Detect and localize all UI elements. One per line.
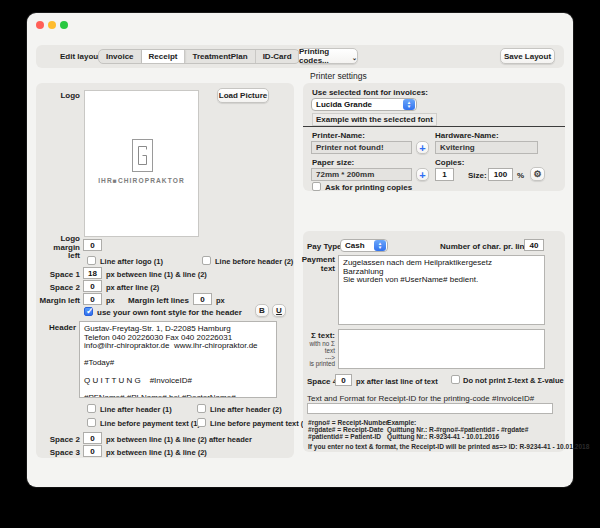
space2b-label: Space 2	[49, 435, 80, 444]
space4-suffix: px after last line of text	[356, 377, 438, 386]
line-before-payment1-checkbox[interactable]	[87, 418, 96, 427]
hardware-name-label: Hardware-Name:	[435, 131, 499, 140]
font-example-text: Example with the selected font	[312, 113, 437, 126]
space1-label: Space 1	[49, 270, 80, 279]
space3-field[interactable]: 0	[83, 445, 102, 457]
space2b-suffix: px between line (1) & line (2) after hea…	[106, 435, 252, 444]
add-printer-button[interactable]: +	[416, 141, 429, 154]
legend-rgno: #rgno# = Receipt-Number	[308, 419, 388, 426]
margin-left-label: Margin left	[37, 296, 80, 305]
hardware-name-field[interactable]: Kvitering	[435, 141, 538, 154]
printing-codes-label: Printing codes...	[299, 47, 351, 65]
logo-glyph-icon	[132, 139, 153, 172]
line-before-payment2-label: Line before payment text (2)	[210, 419, 310, 428]
printer-divider	[303, 126, 565, 127]
minimize-window-icon[interactable]	[48, 21, 56, 29]
load-picture-label: Load Picture	[219, 91, 267, 100]
line-after-header1-checkbox[interactable]	[87, 404, 96, 413]
header-label: Header	[49, 323, 76, 332]
bold-button[interactable]: B	[255, 304, 269, 317]
underline-label: U	[276, 306, 282, 315]
space3-label: Space 3	[49, 448, 80, 457]
paper-size-label: Paper size:	[312, 158, 354, 167]
chars-per-line-field[interactable]: 40	[524, 239, 544, 251]
space2-field[interactable]: 0	[83, 280, 102, 292]
sum-text-label: Σ text:	[305, 331, 335, 340]
space1-suffix: px between line (1) & line (2)	[106, 270, 207, 279]
logo-brand-text: IHR■CHIROPRAKTOR	[85, 177, 198, 184]
ask-printing-copies-label: Ask for printing copies	[325, 183, 412, 192]
tab-idcard[interactable]: ID-Card	[256, 50, 299, 63]
legend-patientid: #patientid# = Patient-ID	[308, 433, 381, 440]
line-before-payment1-label: Line before payment text (1)	[100, 419, 200, 428]
ask-printing-copies-checkbox[interactable]	[312, 182, 321, 191]
tab-invoice[interactable]: Invoice	[99, 50, 142, 63]
legend-example-result: Quittung Nr.: R-9234-41 - 10.01.2016	[387, 433, 499, 440]
printer-name-label: Printer-Name:	[312, 131, 365, 140]
screenshot-stage: Edit layout: Invoice Receipt TreatmentPl…	[0, 0, 600, 528]
size-unit-label: %	[517, 171, 524, 180]
tab-receipt[interactable]: Receipt	[142, 50, 186, 63]
copies-label: Copies:	[435, 158, 464, 167]
pay-type-value: Cash	[345, 241, 365, 250]
line-after-header2-checkbox[interactable]	[197, 404, 206, 413]
receipt-id-title: Text and Format for Receipt-ID for the p…	[307, 394, 534, 403]
size-label: Size:	[468, 171, 487, 180]
checkmark-icon: ✓	[86, 306, 94, 316]
legend-rgdate: #rgdate# = Receipt-Date	[308, 426, 383, 433]
printing-codes-button[interactable]: Printing codes...⌄	[298, 48, 358, 64]
font-select[interactable]: Lucida Grande ▲▼	[311, 98, 417, 111]
size-field[interactable]: 100	[488, 168, 513, 181]
pay-type-select[interactable]: Cash ▲▼	[340, 239, 388, 252]
layout-segmented-control: Invoice Receipt TreatmentPlan ID-Card	[98, 49, 300, 64]
copies-field[interactable]: 1	[435, 168, 454, 181]
app-window: Edit layout: Invoice Receipt TreatmentPl…	[27, 13, 573, 487]
font-select-value: Lucida Grande	[316, 100, 372, 109]
space4-field[interactable]: 0	[335, 374, 352, 386]
gear-icon: ⚙	[533, 169, 541, 179]
paper-size-field[interactable]: 72mm * 200mm	[311, 168, 412, 181]
space2-label: Space 2	[49, 283, 80, 292]
underline-button[interactable]: U	[272, 304, 286, 317]
sum-text-note: with no Σ text ---> is printed	[297, 341, 335, 368]
line-before-payment2-checkbox[interactable]	[197, 418, 206, 427]
line-before-header-label: Line before header (2)	[215, 257, 293, 266]
receipt-id-format-input[interactable]	[307, 403, 553, 414]
load-picture-button[interactable]: Load Picture	[217, 88, 269, 103]
margin-left-lines-field[interactable]: 0	[193, 293, 212, 305]
sum-textarea[interactable]	[338, 329, 545, 369]
zoom-window-icon[interactable]	[60, 21, 68, 29]
close-window-icon[interactable]	[36, 21, 44, 29]
dropdown-stepper-icon: ▲▼	[403, 99, 415, 110]
payment-text-label: Payment text	[299, 256, 335, 273]
own-font-checkbox[interactable]: ✓	[84, 307, 93, 316]
save-layout-button[interactable]: Save Layout	[500, 48, 555, 64]
line-before-header-checkbox[interactable]	[202, 256, 211, 265]
line-after-header2-label: Line after header (2)	[210, 405, 282, 414]
header-textarea[interactable]: Gustav-Freytag-Str. 1, D-22085 Hamburg T…	[79, 321, 277, 398]
space4-label: Space 4	[307, 377, 337, 386]
line-after-logo-checkbox[interactable]	[87, 256, 96, 265]
printer-settings-gear-button[interactable]: ⚙	[530, 167, 545, 181]
printer-name-field[interactable]: Printer not found!	[311, 141, 412, 154]
legend-example-title: Example:	[387, 419, 416, 426]
line-after-logo-label: Line after logo (1)	[100, 257, 163, 266]
pay-type-label: Pay Type:	[307, 242, 344, 251]
logo-margin-left-label: Logo margin left	[40, 235, 80, 261]
logo-preview: IHR■CHIROPRAKTOR	[84, 90, 199, 237]
payment-textarea[interactable]: Zugelassen nach dem Heilpraktikergesetz …	[338, 255, 545, 325]
logo-margin-left-field[interactable]: 0	[83, 239, 102, 251]
dropdown-stepper-icon: ▲▼	[374, 240, 386, 251]
logo-label: Logo	[54, 91, 80, 100]
printer-settings-title: Printer settings	[310, 71, 367, 81]
chars-per-line-label: Number of char. pr. line	[440, 242, 520, 251]
space2b-field[interactable]: 0	[83, 432, 102, 444]
tab-treatmentplan[interactable]: TreatmentPlan	[185, 50, 255, 63]
no-sum-print-checkbox[interactable]	[451, 375, 460, 384]
add-paper-size-button[interactable]: +	[416, 168, 429, 181]
receipt-id-fallback-note: If you enter no text & format, the Recei…	[308, 443, 589, 450]
margin-left-unit: px	[106, 296, 115, 305]
space1-field[interactable]: 18	[83, 267, 102, 279]
margin-left-lines-unit: px	[216, 296, 225, 305]
margin-left-field[interactable]: 0	[83, 293, 102, 305]
